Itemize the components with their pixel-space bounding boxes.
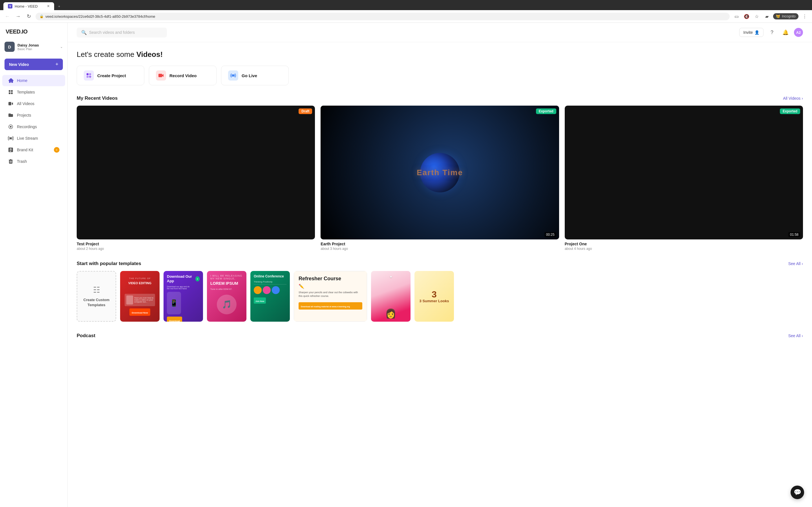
create-custom-label: Create Custom Templates: [77, 297, 116, 307]
template-red[interactable]: THE FUTURE OF VIDEO EDITING Have you eve…: [120, 271, 160, 322]
create-project-label: Create Project: [97, 73, 126, 78]
sidebar-item-recordings-label: Recordings: [17, 124, 37, 129]
templates-scroll[interactable]: ☷ Create Custom Templates THE FUTURE OF …: [77, 271, 803, 324]
close-tab-button[interactable]: ×: [47, 4, 50, 8]
more-button[interactable]: ⋮: [801, 12, 809, 20]
template-pink-thumb: I will be releasing my new single, LOREM…: [207, 271, 246, 322]
user-section[interactable]: D Daisy Jonas Basic Plan ⌄: [0, 40, 67, 56]
back-button[interactable]: ←: [3, 12, 11, 20]
video-card-project-one[interactable]: Exported 01:58 Project One about 4 hours…: [565, 106, 803, 251]
mute-button[interactable]: 🔇: [743, 12, 751, 20]
reload-button[interactable]: ↻: [25, 12, 33, 20]
search-bar[interactable]: 🔍: [77, 27, 167, 38]
recordings-icon: [8, 124, 13, 129]
recent-videos-title: My Recent Videos: [77, 96, 117, 101]
new-video-button[interactable]: New Video +: [4, 59, 63, 70]
record-video-card[interactable]: Record Video: [149, 66, 216, 86]
recent-videos-header: My Recent Videos All Videos ›: [77, 96, 803, 101]
user-name: Daisy Jonas: [17, 43, 57, 47]
page-title: Let's create some Videos!: [77, 50, 803, 59]
video-card-earth-project[interactable]: Earth Time Exported 00:25 Earth Project …: [320, 106, 559, 251]
browser-chrome: V Home - VEED × +: [0, 0, 812, 10]
sidebar-item-projects-label: Projects: [17, 113, 31, 117]
template-green[interactable]: Online Conference Thinking Positively Jo…: [250, 271, 290, 322]
sidebar-item-all-videos[interactable]: All Videos: [2, 98, 65, 109]
tab-favicon: V: [8, 4, 12, 8]
user-avatar-header[interactable]: A2: [794, 28, 803, 37]
sidebar-item-brand-kit[interactable]: Brand Kit +: [2, 144, 65, 156]
video-info-earth-project: Earth Project about 3 hours ago: [320, 242, 559, 251]
tpl-red-subtitle: THE FUTURE OF: [129, 277, 151, 280]
projects-icon: [8, 112, 13, 118]
create-project-card[interactable]: Create Project: [77, 66, 144, 86]
all-videos-link[interactable]: All Videos ›: [783, 96, 803, 101]
sidebar-item-projects[interactable]: Projects: [2, 110, 65, 121]
video-time-test-project: about 2 hours ago: [77, 247, 315, 251]
video-time-earth-project: about 3 hours ago: [320, 247, 559, 251]
chevron-down-icon: ⌄: [60, 45, 63, 49]
incognito-label: Incognito: [782, 14, 796, 18]
main-header: 🔍 Invite 👤 ? 🔔 A2: [68, 23, 812, 42]
tab-label: Home - VEED: [15, 4, 38, 8]
search-input[interactable]: [89, 30, 162, 35]
home-icon: [8, 78, 13, 83]
sidebar-item-templates[interactable]: Templates: [2, 87, 65, 98]
tpl-red-title: VIDEO EDITING: [128, 281, 151, 285]
app-container: VEED.IO D Daisy Jonas Basic Plan ⌄ New V…: [0, 23, 812, 507]
templates-see-all-link[interactable]: See All ›: [788, 262, 803, 266]
template-purple[interactable]: Download Our App • Download our app and …: [163, 271, 203, 322]
svg-rect-5: [87, 76, 89, 78]
invite-button[interactable]: Invite 👤: [739, 28, 763, 37]
notifications-button[interactable]: 🔔: [780, 27, 791, 38]
video-title-project-one: Project One: [565, 242, 803, 246]
sidebar: VEED.IO D Daisy Jonas Basic Plan ⌄ New V…: [0, 23, 68, 507]
templates-title: Start with popular templates: [77, 261, 141, 267]
cast-button[interactable]: ▭: [732, 12, 741, 20]
new-tab-button[interactable]: +: [55, 3, 63, 10]
video-duration-earth: 00:25: [545, 232, 556, 237]
bookmark-button[interactable]: ☆: [753, 12, 761, 20]
incognito-button[interactable]: 😿 Incognito: [773, 13, 799, 19]
sidebar-item-live-stream-label: Live Stream: [17, 136, 38, 140]
template-red-thumb: THE FUTURE OF VIDEO EDITING Have you eve…: [120, 271, 160, 322]
url-text: veed.io/workspaces/22ce6d2f-38c5-4df1-a8…: [45, 14, 155, 18]
sidebar-item-trash[interactable]: Trash: [2, 156, 65, 167]
svg-point-7: [232, 75, 234, 76]
tpl-white-title: Refresher Course: [299, 276, 362, 282]
template-woman[interactable]: ★ 👩: [371, 271, 410, 322]
sidebar-logo: VEED.IO: [0, 27, 67, 40]
create-custom-icon: ☷: [93, 285, 100, 295]
video-time-project-one: about 4 hours ago: [565, 247, 803, 251]
template-pink[interactable]: I will be releasing my new single, LOREM…: [207, 271, 246, 322]
forward-button[interactable]: →: [14, 12, 22, 20]
template-summer[interactable]: 3 3 Summer Looks: [414, 271, 454, 322]
video-badge-exported-earth: Exported: [536, 108, 556, 114]
go-live-card[interactable]: Go Live: [221, 66, 289, 86]
video-thumb-test-project: Draft: [77, 106, 315, 239]
sidebar-item-home[interactable]: Home: [2, 75, 65, 86]
extensions-button[interactable]: ▰: [763, 12, 771, 20]
earth-background: Earth Time: [320, 106, 559, 239]
video-card-test-project[interactable]: Draft Test Project about 2 hours ago: [77, 106, 315, 251]
video-info-test-project: Test Project about 2 hours ago: [77, 242, 315, 251]
address-bar[interactable]: 🔒 veed.io/workspaces/22ce6d2f-38c5-4df1-…: [36, 13, 730, 20]
template-woman-thumb: ★ 👩: [371, 271, 410, 322]
podcast-see-all-link[interactable]: See All ›: [788, 334, 803, 338]
template-white[interactable]: Refresher Course ✏️ Sharpen your pencils…: [294, 271, 367, 322]
video-badge-exported-one: Exported: [780, 108, 800, 114]
tpl-green-title: Online Conference: [254, 274, 287, 279]
help-button[interactable]: ?: [767, 27, 777, 38]
browser-tab-active[interactable]: V Home - VEED ×: [3, 2, 54, 10]
incognito-icon: 😿: [776, 14, 780, 18]
sidebar-item-recordings[interactable]: Recordings: [2, 121, 65, 132]
sidebar-item-live-stream[interactable]: Live Stream: [2, 133, 65, 144]
podcast-header: Podcast See All ›: [77, 333, 803, 339]
avatar: D: [4, 42, 15, 52]
template-white-thumb: Refresher Course ✏️ Sharpen your pencils…: [294, 271, 367, 322]
tpl-purple-title: Download Our App: [167, 274, 195, 283]
plus-icon: +: [55, 61, 58, 67]
templates-icon: [8, 89, 13, 95]
video-title-test-project: Test Project: [77, 242, 315, 246]
template-create-custom[interactable]: ☷ Create Custom Templates: [77, 271, 116, 322]
chat-bubble[interactable]: 💬: [791, 486, 804, 499]
